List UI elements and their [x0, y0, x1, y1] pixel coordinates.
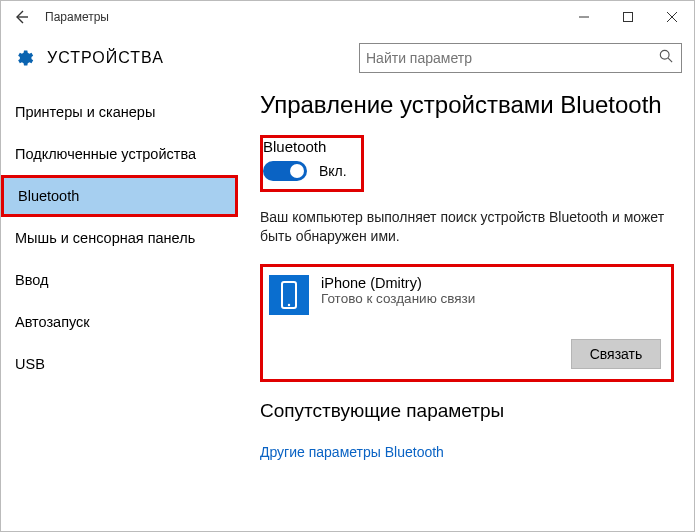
bluetooth-state: Вкл.	[319, 163, 347, 179]
other-bluetooth-settings-link[interactable]: Другие параметры Bluetooth	[260, 444, 444, 460]
window-title: Параметры	[41, 10, 562, 24]
back-button[interactable]	[1, 9, 41, 25]
sidebar-item-mouse-touchpad[interactable]: Мышь и сенсорная панель	[1, 217, 238, 259]
close-button[interactable]	[650, 1, 694, 33]
search-field[interactable]	[366, 50, 659, 66]
sidebar-item-usb[interactable]: USB	[1, 343, 238, 385]
svg-rect-0	[624, 13, 633, 22]
sidebar-item-autoplay[interactable]: Автозапуск	[1, 301, 238, 343]
maximize-button[interactable]	[606, 1, 650, 33]
phone-icon	[269, 275, 309, 315]
page-title: Управление устройствами Bluetooth	[260, 91, 674, 119]
bluetooth-label: Bluetooth	[263, 138, 347, 155]
device-name: iPhone (Dmitry)	[321, 275, 475, 291]
svg-point-1	[660, 50, 669, 59]
sidebar-item-connected-devices[interactable]: Подключенные устройства	[1, 133, 238, 175]
sidebar-item-bluetooth[interactable]: Bluetooth	[1, 175, 238, 217]
device-entry[interactable]: iPhone (Dmitry) Готово к созданию связи …	[260, 264, 674, 382]
device-status: Готово к созданию связи	[321, 291, 475, 306]
related-heading: Сопутствующие параметры	[260, 400, 674, 422]
minimize-button[interactable]	[562, 1, 606, 33]
bluetooth-toggle[interactable]	[263, 161, 307, 181]
pair-button[interactable]: Связать	[571, 339, 661, 369]
sidebar: Принтеры и сканеры Подключенные устройст…	[1, 83, 238, 531]
sidebar-item-input[interactable]: Ввод	[1, 259, 238, 301]
bluetooth-description: Ваш компьютер выполняет поиск устройств …	[260, 208, 674, 246]
gear-icon	[13, 47, 35, 69]
svg-point-4	[288, 304, 290, 306]
category-title: УСТРОЙСТВА	[47, 49, 347, 67]
sidebar-item-printers[interactable]: Принтеры и сканеры	[1, 91, 238, 133]
search-input[interactable]	[359, 43, 682, 73]
search-icon	[659, 49, 675, 67]
